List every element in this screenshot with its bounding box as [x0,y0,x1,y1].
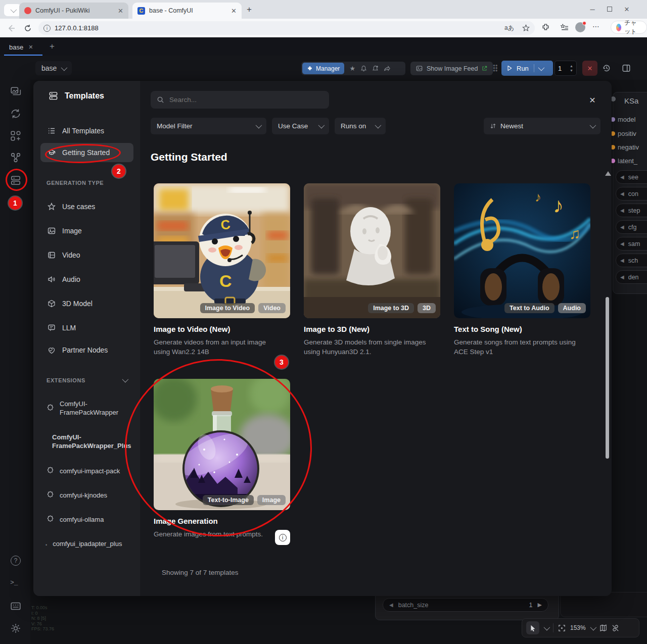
browser-menu-icon[interactable]: ⋯ [592,22,600,30]
template-card-image-to-video[interactable]: C C Image to Video Video Image to Video … [154,183,290,357]
zoom-level[interactable]: 153% [570,624,586,631]
filter-model[interactable]: Model Filter [151,118,266,134]
filter-use-case[interactable]: Use Case [272,118,329,134]
spinner-up-icon[interactable]: ▲ [570,64,573,68]
widget-scheduler[interactable]: ◀sch [616,254,647,267]
sidebar-item-llm[interactable]: LLM [40,318,133,337]
decrement-icon[interactable]: ◀ [620,241,624,246]
tab-search-button[interactable] [4,4,21,16]
new-workflow-button[interactable]: + [50,41,55,52]
back-icon[interactable] [7,24,15,32]
address-bar[interactable]: i 127.0.0.1:8188 aあ [38,21,535,35]
filter-runs-on[interactable]: Runs on [335,118,386,134]
bell-alert-icon[interactable] [372,65,379,72]
zoom-chevron-icon[interactable] [590,624,596,630]
browser-tab-comfyui[interactable]: C base - ComfyUI ✕ [132,3,242,19]
bell-icon[interactable] [360,65,367,72]
workflow-tab-base[interactable]: base ✕ [4,39,42,56]
show-image-feed-button[interactable]: Show Image Feed [410,62,493,75]
extension-item[interactable]: comfyui-kjnodes [47,491,135,500]
manager-button[interactable]: Manager [302,63,344,74]
sidebar-item-partner-nodes[interactable]: Partner Nodes [40,340,133,360]
batch-size-widget[interactable]: ◀ batch_size 1 ▶ [383,598,548,612]
annotation-badge-2: 2 [112,165,125,178]
filter-sort[interactable]: Newest [484,118,600,134]
favorites-bar-icon[interactable] [560,23,569,32]
toolbar-drag-handle[interactable]: ●●●●●● [493,64,497,72]
sidebar-item-video[interactable]: Video [40,245,133,265]
share-icon[interactable] [384,65,390,72]
decrement-icon[interactable]: ◀ [620,224,624,230]
widget-sampler[interactable]: ◀sam [616,237,647,251]
decrement-icon[interactable]: ◀ [389,602,393,608]
decrement-icon[interactable]: ◀ [620,274,624,280]
extensions-icon[interactable] [541,23,550,32]
template-card-text-to-song[interactable]: ♪ ♫ ♪ Text to Audio Audio Text to Song (… [454,183,590,357]
history-icon[interactable] [602,64,611,73]
logs-icon[interactable] [10,601,21,612]
widget-cfg[interactable]: ◀cfg [616,220,647,234]
extension-item[interactable]: ComfyUI-FramePackWrapper [47,400,135,417]
dialog-close-icon[interactable]: ✕ [585,93,599,107]
tab-close-icon[interactable]: ✕ [118,7,123,15]
terminal-icon[interactable]: >_ [10,579,18,586]
template-search[interactable] [151,91,329,109]
workflows-icon[interactable] [10,108,21,119]
workflow-tab-close-icon[interactable]: ✕ [28,44,33,51]
cancel-run-button[interactable]: ✕ [582,61,597,76]
increment-icon[interactable]: ▶ [538,602,542,608]
dialog-scrollbar-thumb[interactable] [606,297,609,459]
widget-seed[interactable]: ◀see [616,170,647,184]
browser-tab-pukiwiki[interactable]: ComfyUI - PukiWiki ✕ [19,3,128,19]
template-card-image-to-3d[interactable]: Image to 3D 3D Image to 3D (New) Generat… [304,183,440,357]
copilot-label: チャット [624,19,641,36]
dialog-scrollbar-up-icon[interactable] [605,171,611,176]
copilot-chat-button[interactable]: チャット [611,21,647,34]
queue-gallery-icon[interactable] [10,86,21,97]
favorite-star-icon[interactable] [522,24,530,32]
translate-icon[interactable]: aあ [504,24,514,32]
search-input[interactable] [169,96,311,104]
decrement-icon[interactable]: ◀ [620,258,624,263]
decrement-icon[interactable]: ◀ [620,191,624,196]
sidebar-item-image[interactable]: Image [40,221,133,240]
extension-item[interactable]: • comfyui_ipadapter_plus [45,539,134,550]
widget-control[interactable]: ◀con [616,187,647,201]
batch-count-input[interactable]: 1 ▲ ▼ [554,61,577,76]
card-info-button[interactable]: i [275,530,290,545]
select-tool-button[interactable] [526,621,539,634]
run-button[interactable]: Run [501,61,553,76]
window-close-button[interactable]: ✕ [618,3,635,16]
minimap-icon[interactable] [599,624,607,632]
panel-toggle-icon[interactable] [622,64,631,73]
decrement-icon[interactable]: ◀ [620,208,624,213]
widget-denoise[interactable]: ◀den [616,270,647,284]
node-library-icon[interactable] [10,130,21,141]
site-info-icon[interactable]: i [43,25,51,32]
sidebar-item-all-templates[interactable]: All Templates [40,121,133,140]
workflow-selector[interactable]: base [35,61,72,75]
extensions-heading[interactable]: EXTENSIONS [47,377,85,383]
help-icon[interactable]: ? [11,556,21,566]
fit-view-icon[interactable] [558,624,566,632]
tool-chevron-icon[interactable] [544,624,550,630]
refresh-icon[interactable] [24,24,32,32]
decrement-icon[interactable]: ◀ [620,174,624,180]
sidebar-item-audio[interactable]: Audio [40,270,133,289]
spinner-down-icon[interactable]: ▼ [570,69,573,72]
settings-gear-icon[interactable] [10,623,21,634]
sidebar-item-use-cases[interactable]: Use cases [40,197,133,216]
window-minimize-button[interactable]: ─ [584,3,601,16]
run-options-chevron-icon[interactable] [538,64,544,71]
extension-item[interactable]: comfyui-impact-pack [47,467,135,475]
sidebar-item-3d-model[interactable]: 3D Model [40,294,133,313]
widget-steps[interactable]: ◀step [616,204,647,217]
new-tab-button[interactable]: + [247,5,252,15]
tab-close-icon[interactable]: ✕ [231,7,237,15]
profile-avatar[interactable] [575,22,585,32]
toggle-links-icon[interactable] [612,624,619,632]
star-icon[interactable]: ★ [349,65,355,72]
model-library-icon[interactable] [10,152,21,163]
extension-item[interactable]: comfyui-ollama [47,515,135,524]
window-maximize-button[interactable] [601,3,618,16]
